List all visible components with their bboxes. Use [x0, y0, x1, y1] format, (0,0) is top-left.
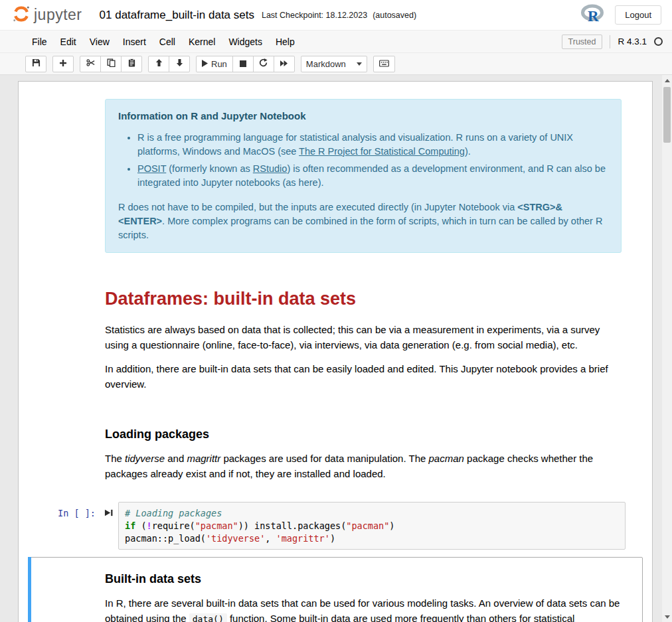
- input-prompt: In [ ]:: [32, 502, 98, 518]
- menu-kernel[interactable]: Kernel: [182, 32, 222, 52]
- chevron-down-icon: [357, 62, 362, 66]
- menu-edit[interactable]: Edit: [54, 32, 83, 52]
- run-label: Run: [211, 59, 227, 69]
- notebook-scroll-area: Information on R and Jupyter Notebook R …: [0, 75, 672, 622]
- code-line-3: pacman::p_load('tidyverse', 'magrittr'): [125, 532, 619, 545]
- cut-cell-button[interactable]: [80, 56, 101, 72]
- magrittr-name: magrittr: [187, 453, 220, 464]
- scrollbar-thumb[interactable]: [663, 87, 671, 143]
- scroll-up-icon: [665, 79, 670, 82]
- loading-text-1: The: [105, 453, 125, 464]
- paste-cell-button[interactable]: [121, 56, 142, 72]
- run-cell-marker[interactable]: [98, 502, 118, 517]
- save-icon: [32, 58, 41, 69]
- menubar-right: Trusted R 4.3.1: [562, 35, 663, 49]
- checkpoint-status: Last Checkpoint: 18.12.2023: [262, 11, 367, 20]
- builtin-paragraph: In R, there are several built-in data se…: [105, 596, 622, 622]
- loading-packages-heading: Loading packages: [105, 426, 622, 443]
- code-cell-loading-packages[interactable]: In [ ]: # Loading packages if (!require(…: [28, 498, 643, 557]
- info-alert-paragraph: R does not have to be compiled, but the …: [118, 200, 608, 242]
- run-this-cell-icon: [104, 508, 113, 517]
- info-bullet-posit: POSIT (formerly known as RStudio) is oft…: [137, 162, 608, 190]
- save-button[interactable]: [25, 56, 46, 72]
- command-palette-button[interactable]: [373, 56, 395, 72]
- kernel-idle-icon: [654, 37, 663, 46]
- markdown-cell-intro[interactable]: Dataframes: built-in data sets Statistic…: [28, 266, 643, 409]
- move-cell-up-icon: [155, 58, 163, 69]
- markdown-cell-builtin-datasets[interactable]: Built-in data sets In R, there are sever…: [28, 557, 643, 622]
- scroll-down-icon: [665, 615, 670, 619]
- intro-paragraph-2: In addition, there are built-in data set…: [105, 362, 622, 392]
- notebook-container: Information on R and Jupyter Notebook R …: [18, 81, 653, 622]
- restart-run-all-button[interactable]: [274, 56, 295, 72]
- r-kernel-logo: R: [580, 4, 604, 27]
- loading-text-3: packages are used for data manipulation.…: [220, 453, 428, 464]
- trusted-badge[interactable]: Trusted: [562, 35, 603, 49]
- info-alert-title: Information on R and Jupyter Notebook: [118, 109, 608, 123]
- scrollbar[interactable]: [662, 75, 672, 622]
- header-right: R Logout: [580, 4, 661, 27]
- menu-cell[interactable]: Cell: [153, 32, 182, 52]
- copy-cell-button[interactable]: [100, 56, 122, 72]
- kernel-name: R 4.3.1: [618, 37, 647, 46]
- intro-paragraph-1: Statistics are always based on data that…: [105, 323, 622, 352]
- toolbar: Run: [0, 53, 672, 75]
- markdown-cell-info[interactable]: Information on R and Jupyter Notebook R …: [28, 91, 643, 266]
- code-line-1: # Loading packages: [125, 507, 619, 520]
- menubar-divider: [610, 35, 610, 48]
- restart-run-all-icon: [280, 59, 288, 69]
- builtin-datasets-heading: Built-in data sets: [105, 570, 622, 588]
- loading-text-2: and: [165, 453, 187, 464]
- add-cell-icon: [59, 59, 67, 69]
- celltype-value: Markdown: [306, 59, 346, 69]
- r-kernel-logo-letter: R: [588, 8, 599, 24]
- data-function-code: data(): [189, 613, 227, 622]
- interrupt-kernel-icon: [240, 59, 246, 69]
- tidyverse-name: tidyverse: [125, 453, 165, 464]
- run-cell-button[interactable]: Run: [196, 56, 233, 72]
- jupyter-logo-text: jupyter: [34, 6, 82, 24]
- logout-button[interactable]: Logout: [615, 5, 661, 25]
- run-icon: [202, 59, 208, 69]
- cut-cell-icon: [86, 58, 95, 69]
- notebook-title[interactable]: 01 dataframe_built-in data sets: [100, 9, 254, 22]
- info-paragraph-pre: R does not have to be compiled, but the …: [118, 202, 517, 212]
- move-cell-up-button[interactable]: [148, 56, 169, 72]
- code-line-2: if (!require("pacman")) install.packages…: [125, 520, 619, 532]
- info-bullet-posit-mid: (formerly known as: [166, 163, 253, 174]
- interrupt-kernel-button[interactable]: [232, 56, 254, 72]
- scrollbar-down-arrow[interactable]: [662, 611, 672, 622]
- command-palette-icon: [379, 59, 389, 69]
- move-cell-down-icon: [176, 58, 183, 69]
- jupyter-app: jupyter 01 dataframe_built-in data sets …: [0, 0, 672, 622]
- r-project-link[interactable]: The R Project for Statistical Computing: [299, 146, 465, 157]
- info-bullet-r-end: ).: [465, 146, 471, 157]
- loading-packages-paragraph: The tidyverse and magrittr packages are …: [105, 451, 622, 481]
- celltype-dropdown[interactable]: Markdown: [301, 56, 367, 72]
- code-comment: # Loading packages: [125, 508, 222, 518]
- menu-widgets[interactable]: Widgets: [222, 32, 269, 52]
- header: jupyter 01 dataframe_built-in data sets …: [0, 0, 672, 31]
- menu-view[interactable]: View: [83, 32, 116, 52]
- move-cell-down-button[interactable]: [169, 56, 190, 72]
- info-alert-list: R is a free programming language for sta…: [118, 131, 608, 190]
- autosave-status: (autosaved): [373, 11, 416, 20]
- paste-cell-icon: [127, 58, 136, 69]
- rstudio-link[interactable]: RStudio: [253, 163, 288, 174]
- menu-insert[interactable]: Insert: [116, 32, 153, 52]
- copy-cell-icon: [107, 58, 116, 69]
- info-bullet-r: R is a free programming language for sta…: [137, 131, 608, 159]
- jupyter-logo[interactable]: jupyter: [12, 5, 82, 26]
- pacman-name: pacman: [429, 453, 464, 464]
- markdown-cell-loading-packages[interactable]: Loading packages The tidyverse and magri…: [28, 408, 643, 498]
- menu-help[interactable]: Help: [269, 32, 301, 52]
- add-cell-button[interactable]: [52, 56, 74, 72]
- info-paragraph-post: . More complex programs can be combined …: [118, 216, 602, 240]
- code-input-area[interactable]: # Loading packages if (!require("pacman"…: [118, 502, 626, 550]
- restart-kernel-button[interactable]: [253, 56, 274, 72]
- info-alert-box: Information on R and Jupyter Notebook R …: [105, 99, 622, 253]
- page-title: Dataframes: built-in data sets: [105, 285, 622, 313]
- scrollbar-up-arrow[interactable]: [662, 75, 672, 86]
- posit-link[interactable]: POSIT: [137, 163, 166, 174]
- menu-file[interactable]: File: [25, 32, 54, 52]
